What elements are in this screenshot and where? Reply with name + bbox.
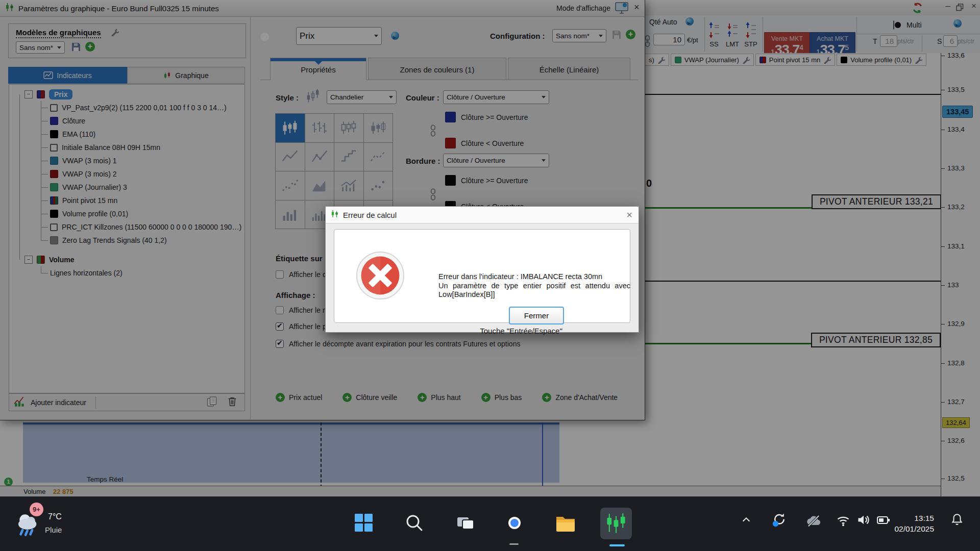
error-dialog-titlebar: Erreur de calcul × <box>326 207 639 223</box>
sync-update-icon[interactable] <box>772 512 787 530</box>
error-line-3: Low[BarIndex[B]] <box>438 290 630 299</box>
error-dialog-title: Erreur de calcul <box>343 211 397 219</box>
error-icon <box>356 251 405 302</box>
fermer-button[interactable]: Fermer <box>509 307 564 324</box>
error-line-2: Un paramètre de type entier positif est … <box>438 282 630 291</box>
trading-app-tile[interactable] <box>600 508 632 539</box>
chrome-icon[interactable] <box>504 512 526 535</box>
error-message: Erreur dans l'indicateur : IMBALANCE rec… <box>438 272 630 299</box>
onedrive-paused-icon[interactable] <box>805 513 822 530</box>
clock-widget[interactable]: 13:15 02/01/2025 <box>874 513 934 534</box>
tray-time: 13:15 <box>874 513 934 523</box>
error-dialog-body: Erreur dans l'indicateur : IMBALANCE rec… <box>334 229 630 323</box>
volume-icon[interactable] <box>856 513 871 529</box>
temperature-label: 7°C <box>48 512 62 521</box>
weather-widget[interactable]: 9+ 7°C Pluie <box>0 497 112 551</box>
file-explorer-icon[interactable] <box>554 512 577 534</box>
app-active-indicator <box>609 544 625 546</box>
app-candlestick-icon <box>331 210 339 220</box>
chrome-running-indicator <box>509 543 519 545</box>
task-view-icon[interactable] <box>454 512 477 534</box>
tray-chevron-icon[interactable] <box>741 515 751 527</box>
notification-bell-icon[interactable] <box>950 513 964 528</box>
trading-app-icon <box>605 513 627 534</box>
screen: – × Qté Auto 10 €/pt SS LMT <box>0 0 980 551</box>
error-dialog: Erreur de calcul × Erreur dans l'indicat… <box>325 206 639 333</box>
error-line-1: Erreur dans l'indicateur : IMBALANCE rec… <box>438 272 630 282</box>
notification-count-badge: 9+ <box>30 503 43 516</box>
start-button[interactable] <box>353 512 375 534</box>
tray-date: 02/01/2025 <box>874 523 934 534</box>
search-icon[interactable] <box>403 512 426 534</box>
weather-condition-label: Pluie <box>45 525 62 534</box>
taskbar: 9+ 7°C Pluie <box>0 496 980 551</box>
wifi-icon[interactable] <box>836 514 850 529</box>
error-dialog-close-icon[interactable]: × <box>626 209 632 221</box>
key-hint: Touche "Entrée/Espace" <box>445 327 598 335</box>
